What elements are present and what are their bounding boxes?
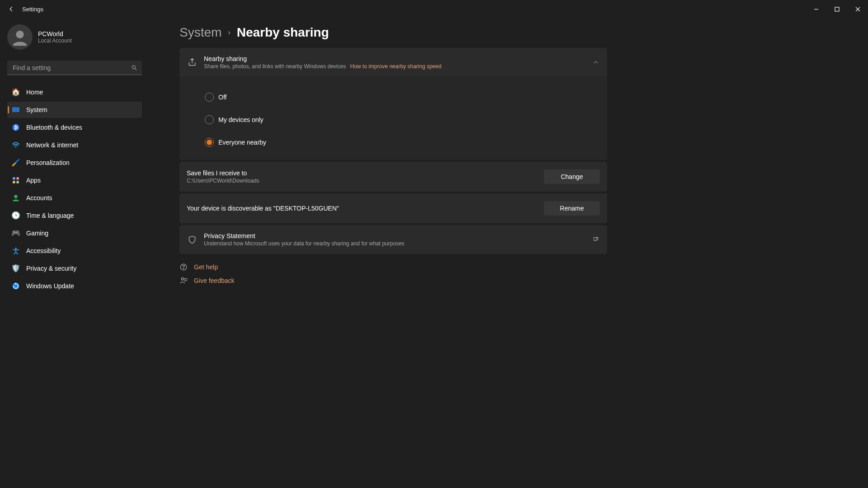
app-title: Settings: [22, 6, 43, 13]
nav-network[interactable]: Network & internet: [7, 137, 142, 153]
update-icon: [12, 282, 20, 290]
svg-rect-7: [13, 177, 15, 179]
nav-apps[interactable]: Apps: [7, 172, 142, 188]
option-label: My devices only: [218, 116, 264, 123]
breadcrumb: System › Nearby sharing: [179, 25, 854, 40]
nav-label: Home: [26, 89, 43, 96]
privacy-title: Privacy Statement: [204, 232, 593, 239]
nav-gaming[interactable]: 🎮 Gaming: [7, 225, 142, 241]
discoverable-row: Your device is discoverable as "DESKTOP-…: [179, 193, 607, 223]
chevron-up-icon: [593, 59, 599, 66]
minimize-icon: [814, 7, 819, 12]
svg-rect-0: [835, 7, 839, 11]
nav-bluetooth[interactable]: Bluetooth & devices: [7, 119, 142, 136]
option-off[interactable]: Off: [179, 86, 607, 108]
nav-label: Network & internet: [26, 141, 78, 149]
option-my-devices[interactable]: My devices only: [179, 108, 607, 131]
maximize-button[interactable]: [826, 2, 847, 16]
clock-icon: 🕓: [12, 211, 20, 220]
save-path: C:\Users\PCWorld\Downloads: [187, 178, 544, 184]
nearby-help-link[interactable]: How to improve nearby sharing speed: [350, 63, 442, 70]
privacy-sub: Understand how Microsoft uses your data …: [204, 240, 593, 247]
nearby-sharing-card: Nearby sharing Share files, photos, and …: [179, 48, 607, 160]
share-icon: [188, 58, 197, 67]
profile-name: PCWorld: [38, 30, 72, 38]
titlebar: Settings: [0, 0, 868, 18]
feedback-icon: [179, 277, 188, 285]
save-location-row: Save files I receive to C:\Users\PCWorld…: [179, 162, 607, 192]
radio-icon: [205, 115, 214, 124]
option-label: Everyone nearby: [218, 139, 266, 146]
breadcrumb-parent[interactable]: System: [179, 25, 222, 40]
svg-point-12: [15, 248, 17, 249]
privacy-statement-row[interactable]: Privacy Statement Understand how Microso…: [179, 225, 607, 254]
nav-label: Gaming: [26, 230, 48, 237]
svg-rect-4: [13, 108, 19, 112]
svg-rect-8: [17, 177, 19, 179]
nav-privacy[interactable]: 🛡️ Privacy & security: [7, 260, 142, 277]
discoverable-text: Your device is discoverable as "DESKTOP-…: [187, 205, 544, 212]
help-icon: [179, 263, 188, 271]
get-help-link[interactable]: Get help: [179, 263, 854, 271]
minimize-button[interactable]: [806, 2, 826, 16]
close-button[interactable]: [847, 2, 868, 16]
nav-label: Apps: [26, 177, 41, 184]
change-button[interactable]: Change: [544, 169, 600, 184]
option-everyone[interactable]: Everyone nearby: [179, 131, 607, 154]
option-label: Off: [218, 94, 226, 101]
svg-point-2: [132, 66, 135, 69]
svg-rect-10: [17, 181, 19, 183]
maximize-icon: [835, 7, 840, 12]
footer-links: Get help Give feedback: [179, 263, 854, 285]
nav: 🏠 Home System Bluetooth & devices Netw: [7, 84, 142, 294]
svg-rect-9: [13, 181, 15, 183]
nav-personalization[interactable]: 🖌️ Personalization: [7, 155, 142, 171]
close-icon: [855, 7, 860, 12]
user-icon: [9, 27, 30, 47]
give-feedback-link[interactable]: Give feedback: [179, 277, 854, 285]
system-icon: [12, 106, 20, 114]
nav-label: Windows Update: [26, 282, 74, 290]
rename-button[interactable]: Rename: [544, 201, 600, 216]
save-title: Save files I receive to: [187, 169, 544, 177]
shield-outline-icon: [188, 235, 197, 244]
nav-update[interactable]: Windows Update: [7, 278, 142, 294]
search-wrap: [7, 61, 142, 75]
external-link-icon: [593, 236, 599, 243]
gaming-icon: 🎮: [12, 229, 20, 237]
shield-icon: 🛡️: [12, 264, 20, 272]
svg-point-1: [16, 31, 24, 38]
nav-label: Accounts: [26, 194, 52, 202]
accessibility-icon: [12, 247, 20, 255]
nearby-title: Nearby sharing: [204, 55, 593, 62]
wifi-icon: [12, 141, 20, 149]
brush-icon: 🖌️: [12, 159, 20, 167]
arrow-left-icon: [8, 6, 14, 12]
radio-icon: [205, 138, 214, 147]
svg-point-6: [15, 146, 17, 147]
radio-icon: [205, 93, 214, 102]
profile-subtitle: Local Account: [38, 38, 72, 44]
home-icon: 🏠: [12, 88, 20, 96]
apps-icon: [12, 176, 20, 184]
nav-accessibility[interactable]: Accessibility: [7, 243, 142, 259]
profile-block[interactable]: PCWorld Local Account: [7, 23, 142, 57]
nav-time[interactable]: 🕓 Time & language: [7, 207, 142, 224]
nav-accounts[interactable]: Accounts: [7, 190, 142, 206]
content: System › Nearby sharing Nearby sharing S…: [149, 18, 868, 488]
nav-label: Privacy & security: [26, 265, 76, 272]
svg-point-17: [181, 278, 184, 280]
back-button[interactable]: [7, 5, 16, 14]
nearby-sharing-header[interactable]: Nearby sharing Share files, photos, and …: [179, 48, 607, 77]
nav-home[interactable]: 🏠 Home: [7, 84, 142, 100]
nav-label: System: [26, 106, 47, 113]
sidebar: PCWorld Local Account 🏠 Home System: [0, 18, 149, 488]
accounts-icon: [12, 194, 20, 202]
svg-point-16: [183, 268, 184, 269]
svg-point-11: [14, 195, 18, 198]
nav-label: Time & language: [26, 212, 74, 219]
nearby-options: Off My devices only Everyone nearby: [179, 77, 607, 160]
search-input[interactable]: [7, 61, 142, 75]
avatar: [7, 24, 33, 50]
nav-system[interactable]: System: [7, 102, 142, 118]
